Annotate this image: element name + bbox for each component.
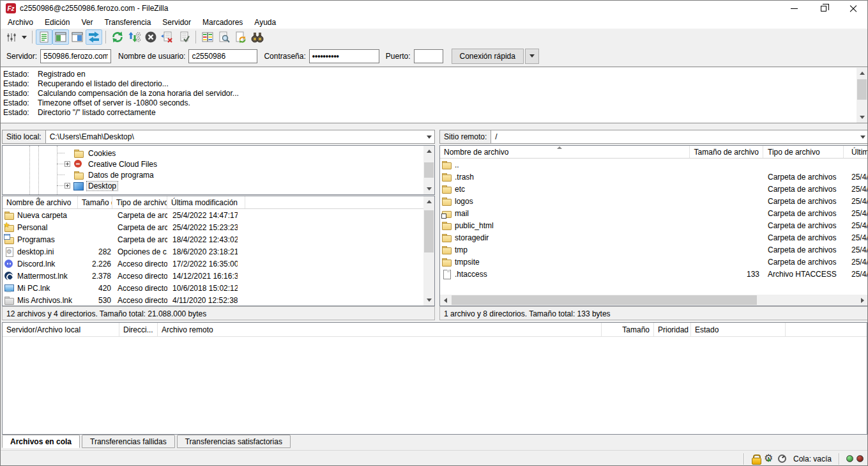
tree-scrollbar[interactable] [423,146,434,194]
expand-toggle-icon[interactable] [65,161,70,167]
file-row[interactable]: storagedir Carpeta de archivos 25/4/2 [440,231,868,244]
toggle-remote-tree-button[interactable] [69,29,86,45]
scrollbar-thumb[interactable] [424,162,434,178]
toolbar-separator [195,31,196,43]
scroll-up-icon[interactable] [423,196,434,207]
disconnect-button[interactable] [159,29,176,45]
menu-item[interactable]: Ver [75,17,98,28]
remote-list-hscrollbar[interactable] [440,295,868,306]
log-scrollbar[interactable] [857,68,867,123]
queue-tab[interactable]: Archivos en cola [2,435,80,448]
tree-item[interactable]: Creative Cloud Files [3,159,434,169]
column-header-size[interactable]: Tamaño de... [78,196,112,208]
queue-column-local[interactable]: Servidor/Archivo local [3,323,119,336]
file-row[interactable]: Discord.lnk 2.226 Acceso directo 17/2/20… [3,258,434,270]
menu-item[interactable]: Servidor [156,17,197,28]
autoupdate-gear-icon[interactable]: ⚙A [764,453,775,464]
lock-icon[interactable] [751,454,761,463]
local-path-combo[interactable]: C:\Users\Emah\Desktop\ [46,130,435,144]
username-input[interactable] [188,49,257,63]
scroll-up-icon[interactable] [857,68,867,79]
queue-column-direction[interactable]: Direcci... [119,323,158,336]
quickconnect-dropdown[interactable] [525,49,539,64]
file-row[interactable]: .. [440,159,868,171]
queue-tab[interactable]: Transferencias fallidas [82,435,175,448]
queue-column-remote[interactable]: Archivo remoto [158,323,602,336]
toggle-message-log-button[interactable] [36,29,52,45]
file-row[interactable]: logos Carpeta de archivos 25/4/2 [440,195,868,207]
speed-limit-icon[interactable] [778,454,786,463]
local-list-scrollbar[interactable] [423,196,434,306]
scroll-down-icon[interactable] [857,112,867,123]
file-row[interactable]: .trash Carpeta de archivos 25/4/2 [440,171,868,183]
file-row[interactable]: Mi PC.lnk 420 Acceso directo 10/6/2018 1… [3,282,434,294]
queue-column-status[interactable]: Estado [691,323,786,336]
file-row[interactable]: mail Carpeta de archivos 25/4/2 [440,207,868,219]
directory-comparison-button[interactable] [199,29,216,45]
close-button[interactable] [838,1,867,16]
synchronized-browsing-button[interactable] [232,29,249,45]
column-header-size[interactable]: Tamaño de archivo [690,146,763,158]
file-row[interactable]: Mattermost.lnk 2.378 Acceso directo 14/1… [3,270,434,282]
file-icon [4,296,14,305]
queue-column-size[interactable]: Tamaño [602,323,654,336]
scroll-right-icon[interactable] [857,295,868,306]
file-row[interactable]: etc Carpeta de archivos 25/4/2 [440,183,868,195]
scroll-down-icon[interactable] [423,183,434,194]
log-message: Registrado en [33,70,86,79]
site-manager-button[interactable] [3,29,20,45]
scroll-up-icon[interactable] [423,146,434,157]
minimize-button[interactable] [779,1,809,16]
reconnect-button[interactable] [176,29,192,45]
file-name: desktop.ini [17,247,54,256]
expand-toggle-icon[interactable] [65,183,70,189]
transfer-queue-icon [87,31,101,43]
port-input[interactable] [414,49,443,63]
menu-item[interactable]: Archivo [2,17,39,28]
column-header-modified[interactable]: Última modificación [167,196,245,208]
file-row[interactable]: public_html Carpeta de archivos 25/4/2 [440,219,868,231]
file-row[interactable]: tmp Carpeta de archivos 25/4/2 [440,244,868,256]
scroll-left-icon[interactable] [440,295,451,306]
file-row[interactable]: Nueva carpeta Carpeta de arc... 25/4/202… [3,209,434,221]
tree-item[interactable]: Cookies [3,148,434,159]
refresh-button[interactable] [109,29,126,45]
file-type: Archivo HTACCESS [763,270,844,279]
remote-path-combo[interactable]: / [491,130,868,144]
tree-item[interactable]: Datos de programa [3,169,434,180]
toggle-transfer-queue-button[interactable] [86,29,102,45]
file-row[interactable]: Personal Carpeta de arc... 25/4/2022 15:… [3,221,434,233]
file-row[interactable]: Mis Archivos.lnk 530 Acceso directo 4/11… [3,294,434,306]
cancel-button[interactable] [142,29,159,45]
menu-item[interactable]: Edición [39,17,75,28]
restore-button[interactable] [809,1,838,16]
file-row[interactable]: Programas Carpeta de arc... 18/4/2022 12… [3,233,434,245]
quickconnect-button[interactable]: Conexión rápida [452,49,524,64]
file-row[interactable]: tmpsite Carpeta de archivos 25/4/2 [440,256,868,268]
site-manager-dropdown[interactable] [20,29,29,45]
toggle-local-tree-button[interactable] [52,29,69,45]
scrollbar-thumb[interactable] [857,79,867,100]
tree-item[interactable]: Desktop [3,180,434,191]
password-input[interactable] [309,49,379,63]
menu-item[interactable]: Marcadores [197,17,248,28]
column-header-type[interactable]: Tipo de archivo [112,196,167,208]
scrollbar-thumb[interactable] [424,210,434,252]
log-status-label: Estado: [1,98,33,108]
scrollbar-thumb[interactable] [452,295,757,305]
queue-column-priority[interactable]: Prioridad [654,323,691,336]
process-queue-button[interactable] [126,29,142,45]
column-header-name[interactable]: Nombre de archivo [440,146,690,158]
file-row[interactable]: desktop.ini 282 Opciones de c... 18/6/20… [3,245,434,258]
menu-item[interactable]: Transferencia [98,17,156,28]
find-files-button[interactable] [216,29,232,45]
server-input[interactable] [40,49,111,63]
column-header-type[interactable]: Tipo de archivo [763,146,844,158]
scroll-down-icon[interactable] [423,295,434,306]
queue-tab[interactable]: Transferencias satisfactorias [177,435,291,448]
filter-button[interactable] [249,29,266,45]
column-header-modified[interactable]: Última modificación [844,146,868,158]
column-header-name[interactable]: Nombre de archivo [3,196,78,208]
file-row[interactable]: .htaccess 133 Archivo HTACCESS 25/4/2 [440,268,868,280]
menu-item[interactable]: Ayuda [248,17,282,28]
